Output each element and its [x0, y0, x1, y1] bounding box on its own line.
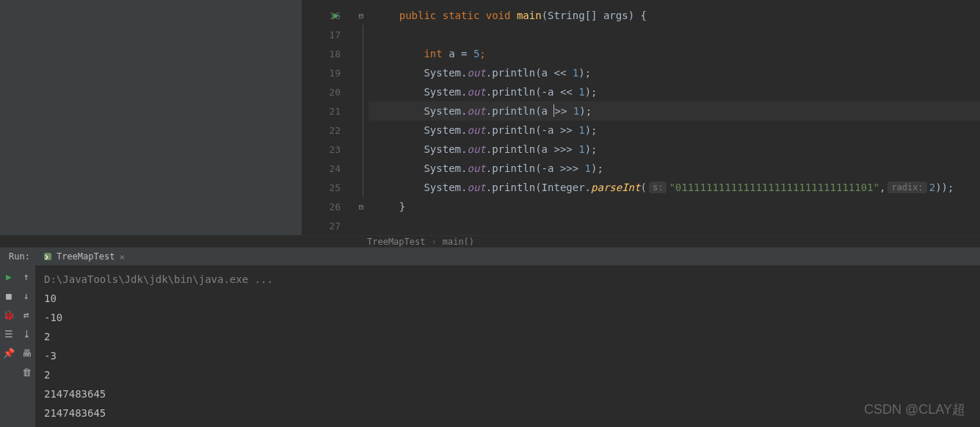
wrap-icon[interactable]: ⇄: [20, 308, 33, 321]
line-number: 24: [329, 163, 341, 174]
code-line-21: System.out.println(a >> 1);: [369, 101, 980, 121]
pin-icon[interactable]: 📌: [2, 346, 15, 359]
run-tabs: Run: TreeMapTest ×: [0, 248, 980, 265]
line-number: 26: [329, 201, 341, 212]
line-number: 17: [329, 29, 341, 40]
line-number: 25: [329, 182, 341, 193]
console-line: 2: [44, 365, 971, 384]
code-line-24: System.out.println(-a >>> 1);: [369, 159, 980, 178]
line-number: 22: [329, 125, 341, 136]
run-tab[interactable]: TreeMapTest ×: [39, 248, 129, 265]
code-line-19: System.out.println(a << 1);: [369, 63, 980, 82]
line-number: 21: [329, 106, 341, 117]
project-panel[interactable]: [0, 0, 302, 235]
breadcrumb-item[interactable]: TreeMapTest: [361, 237, 431, 247]
up-icon[interactable]: ↑: [20, 270, 33, 283]
breadcrumb: TreeMapTest › main(): [302, 235, 980, 247]
rerun-icon[interactable]: ▶: [2, 270, 15, 283]
console-output[interactable]: D:\JavaTools\Jdk\jdk\bin\java.exe ... 10…: [35, 265, 980, 427]
line-number: 20: [329, 87, 341, 98]
code-line-23: System.out.println(a >>> 1);: [369, 140, 980, 159]
layout-icon[interactable]: ☰: [2, 327, 15, 340]
fold-handle[interactable]: ⊟: [354, 6, 369, 25]
line-number: 27: [329, 220, 341, 232]
code-line-17: [369, 25, 980, 44]
line-number: 23: [329, 144, 341, 155]
stop-icon[interactable]: ■: [2, 289, 15, 302]
code-line-25: System.out.println(Integer.parseInt(s:"0…: [369, 178, 980, 197]
gutter: 16 ▶ 17 18 19 20 21 22 23 24 25 26 27: [302, 0, 354, 235]
line-number: 18: [329, 49, 341, 60]
trash-icon[interactable]: 🗑: [20, 365, 33, 378]
fold-column: ⊟ ⊟: [354, 0, 369, 235]
close-icon[interactable]: ×: [119, 251, 125, 262]
scroll-to-end-icon[interactable]: ⤓: [20, 327, 33, 340]
console-line: 2147483645: [44, 403, 971, 423]
breadcrumb-separator: ›: [431, 237, 436, 247]
parameter-hint: radix:: [888, 182, 926, 193]
console-line: 2: [44, 327, 971, 346]
app-root: 16 ▶ 17 18 19 20 21 22 23 24 25 26 27 ⊟: [0, 0, 980, 427]
down-icon[interactable]: ↓: [20, 289, 33, 302]
debug-icon[interactable]: 🐞: [2, 308, 15, 321]
code-line-16: public static void main(String[] args) {: [369, 6, 980, 25]
run-tab-label: TreeMapTest: [57, 251, 115, 262]
breadcrumb-item[interactable]: main(): [437, 237, 480, 247]
run-gutter-icon[interactable]: ▶: [333, 10, 339, 21]
parameter-hint: s:: [649, 182, 667, 193]
run-panel: Run: TreeMapTest × ▶ ■ 🐞 ☰ 📌 ↑ ↓ ⇄ ⤓ 🖶: [0, 247, 980, 427]
run-body: ▶ ■ 🐞 ☰ 📌 ↑ ↓ ⇄ ⤓ 🖶 🗑 D:\JavaTools\Jdk\j…: [0, 265, 980, 427]
code-line-18: int a = 5;: [369, 44, 980, 63]
code-area[interactable]: public static void main(String[] args) {…: [369, 0, 980, 235]
run-left-toolbar: ▶ ■ 🐞 ☰ 📌: [0, 265, 18, 427]
line-number: 19: [329, 68, 341, 79]
code-line-26: }: [369, 197, 980, 216]
print-icon[interactable]: 🖶: [20, 346, 33, 359]
fold-handle[interactable]: ⊟: [354, 197, 369, 216]
code-editor[interactable]: 16 ▶ 17 18 19 20 21 22 23 24 25 26 27 ⊟: [302, 0, 980, 235]
code-line-20: System.out.println(-a << 1);: [369, 82, 980, 101]
console-line: 2147483645: [44, 384, 971, 403]
code-line-27: [369, 216, 980, 235]
console-line: -3: [44, 346, 971, 365]
editor-row: 16 ▶ 17 18 19 20 21 22 23 24 25 26 27 ⊟: [0, 0, 980, 235]
svg-rect-0: [44, 253, 51, 260]
java-app-icon: [43, 252, 52, 261]
code-line-22: System.out.println(-a >> 1);: [369, 121, 980, 140]
console-command: D:\JavaTools\Jdk\jdk\bin\java.exe ...: [44, 270, 971, 289]
console-line: 10: [44, 289, 971, 308]
watermark: CSDN @CLAY超: [864, 401, 965, 418]
console-line: -10: [44, 308, 971, 327]
run-label: Run:: [0, 251, 39, 262]
run-second-toolbar: ↑ ↓ ⇄ ⤓ 🖶 🗑: [18, 265, 35, 427]
